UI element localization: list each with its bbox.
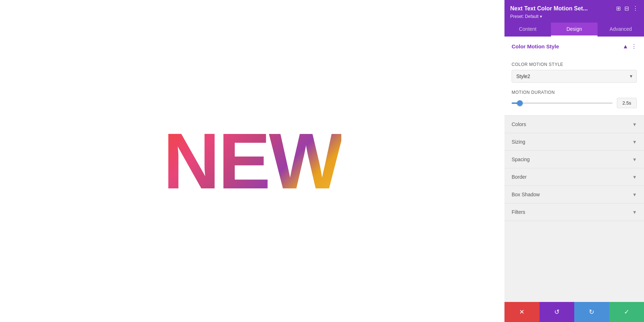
color-motion-style-title: Color Motion Style xyxy=(512,43,559,49)
box-shadow-section: Box Shadow ▼ xyxy=(504,186,644,203)
tab-content[interactable]: Content xyxy=(504,23,551,37)
expand-icon[interactable]: ⊞ xyxy=(616,5,621,12)
colors-header[interactable]: Colors ▼ xyxy=(504,116,644,133)
confirm-icon: ✓ xyxy=(624,308,629,316)
spacing-section: Spacing ▼ xyxy=(504,151,644,168)
canvas-area: NEW xyxy=(0,0,504,322)
filters-header[interactable]: Filters ▼ xyxy=(504,203,644,221)
section-header-icons: ▲ ⋮ xyxy=(623,43,637,50)
slider-track xyxy=(512,102,613,104)
colors-title: Colors xyxy=(512,121,526,127)
motion-duration-row xyxy=(512,98,637,108)
border-chevron-icon: ▼ xyxy=(632,174,637,180)
undo-icon: ↺ xyxy=(554,308,560,316)
border-title: Border xyxy=(512,174,527,180)
undo-button[interactable]: ↺ xyxy=(540,302,575,322)
colors-section: Colors ▼ xyxy=(504,116,644,133)
sizing-title: Sizing xyxy=(512,139,525,145)
colors-chevron-icon: ▼ xyxy=(632,122,637,127)
resize-icon[interactable]: ⊟ xyxy=(624,5,629,12)
right-panel: Next Text Color Motion Set... ⊞ ⊟ ⋮ Pres… xyxy=(504,0,644,322)
panel-header: Next Text Color Motion Set... ⊞ ⊟ ⋮ Pres… xyxy=(504,0,644,23)
border-header[interactable]: Border ▼ xyxy=(504,168,644,186)
preview-text: NEW xyxy=(163,122,341,201)
redo-button[interactable]: ↻ xyxy=(574,302,609,322)
tab-advanced[interactable]: Advanced xyxy=(597,23,644,37)
motion-duration-label: Motion Duration xyxy=(512,90,637,95)
border-section: Border ▼ xyxy=(504,168,644,186)
color-motion-style-content: Color Motion Style Style2 Style1 Style3 … xyxy=(504,56,644,116)
color-motion-style-header[interactable]: Color Motion Style ▲ ⋮ xyxy=(504,37,644,56)
box-shadow-chevron-icon: ▼ xyxy=(632,192,637,197)
chevron-up-icon: ▲ xyxy=(623,43,628,50)
panel-preset[interactable]: Preset: Default ▾ xyxy=(510,14,638,19)
filters-chevron-icon: ▼ xyxy=(632,210,637,215)
redo-icon: ↻ xyxy=(589,308,594,316)
spacing-title: Spacing xyxy=(512,157,530,162)
style-field-label: Color Motion Style xyxy=(512,62,637,67)
panel-body: Color Motion Style ▲ ⋮ Color Motion Styl… xyxy=(504,37,644,302)
box-shadow-title: Box Shadow xyxy=(512,192,540,197)
three-dot-icon[interactable]: ⋮ xyxy=(631,43,637,50)
cancel-icon: ✕ xyxy=(519,308,525,316)
tab-design[interactable]: Design xyxy=(551,23,597,37)
panel-title-icons: ⊞ ⊟ ⋮ xyxy=(616,5,638,12)
cancel-button[interactable]: ✕ xyxy=(504,302,540,322)
sizing-chevron-icon: ▼ xyxy=(632,139,637,145)
style-select[interactable]: Style2 Style1 Style3 xyxy=(512,70,637,83)
box-shadow-header[interactable]: Box Shadow ▼ xyxy=(504,186,644,203)
filters-title: Filters xyxy=(512,209,525,215)
motion-duration-slider-container xyxy=(512,100,613,107)
more-icon[interactable]: ⋮ xyxy=(633,5,638,12)
motion-duration-value[interactable] xyxy=(617,98,637,108)
sizing-section: Sizing ▼ xyxy=(504,133,644,151)
filters-section: Filters ▼ xyxy=(504,203,644,221)
slider-thumb[interactable] xyxy=(517,100,523,106)
bottom-bar: ✕ ↺ ↻ ✓ xyxy=(504,302,644,322)
panel-tabs: Content Design Advanced xyxy=(504,23,644,37)
spacing-header[interactable]: Spacing ▼ xyxy=(504,151,644,168)
sizing-header[interactable]: Sizing ▼ xyxy=(504,133,644,150)
color-motion-style-section: Color Motion Style ▲ ⋮ Color Motion Styl… xyxy=(504,37,644,116)
panel-title: Next Text Color Motion Set... xyxy=(510,5,616,12)
confirm-button[interactable]: ✓ xyxy=(609,302,644,322)
style-select-wrapper: Style2 Style1 Style3 ▼ xyxy=(512,70,637,83)
spacing-chevron-icon: ▼ xyxy=(632,157,637,162)
